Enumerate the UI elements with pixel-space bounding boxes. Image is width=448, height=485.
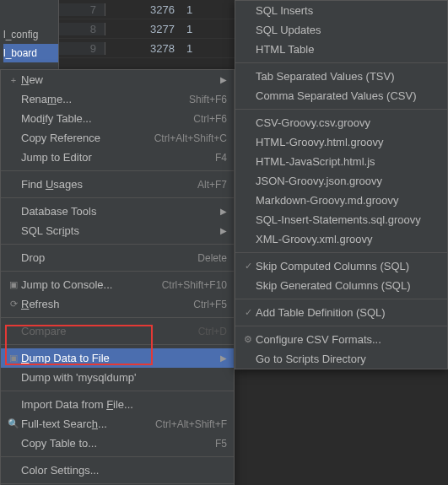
submenu-label: Skip Generated Columns (SQL) (256, 279, 440, 292)
cell[interactable]: 1 (181, 3, 207, 16)
menu-separator (1, 244, 234, 245)
submenu-item[interactable]: Comma Separated Values (CSV) (235, 86, 447, 105)
submenu-item[interactable]: JSON-Groovy.json.groovy (235, 171, 447, 191)
menu-shortcut: Alt+F7 (187, 179, 227, 191)
cell[interactable]: 1 (181, 42, 207, 55)
submenu-label: SQL Updates (256, 24, 440, 36)
submenu-arrow-icon: ▶ (213, 226, 227, 235)
row-number: 7 (59, 3, 105, 16)
context-menu: +New▶Rename...Shift+F6Modify Table...Ctr… (0, 69, 235, 485)
menu-label: Dump Data to File (21, 352, 213, 364)
menu-label: Modify Table... (21, 112, 183, 125)
context-submenu: SQL InsertsSQL UpdatesHTML TableTab Sepa… (235, 0, 448, 369)
menu-item[interactable]: Import Data from File... (1, 395, 234, 414)
menu-label: Jump to Editor (21, 151, 205, 164)
menu-item[interactable]: 🔍Full-text Search...Ctrl+Alt+Shift+F (1, 414, 234, 434)
submenu-label: Markdown-Groovy.md.groovy (256, 194, 440, 207)
submenu-label: HTML-Groovy.html.groovy (256, 136, 440, 148)
menu-label: Database Tools (21, 205, 213, 218)
menu-label: Drop (21, 251, 187, 264)
menu-separator (235, 109, 447, 110)
cell[interactable]: 3278 (105, 42, 181, 55)
submenu-label: HTML-JavaScript.html.js (256, 155, 440, 168)
cell[interactable]: 3276 (105, 3, 181, 16)
cell[interactable]: 3277 (105, 23, 181, 35)
menu-item[interactable]: SQL Scripts▶ (1, 221, 234, 240)
menu-item[interactable]: +New▶ (1, 70, 234, 89)
check-icon: ✓ (240, 261, 256, 272)
menu-item[interactable]: Database Tools▶ (1, 202, 234, 221)
menu-separator (1, 170, 234, 171)
menu-item[interactable]: DropDelete (1, 248, 234, 267)
submenu-label: SQL-Insert-Statements.sql.groovy (256, 213, 440, 226)
submenu-item[interactable]: ✓Skip Computed Columns (SQL) (235, 256, 447, 276)
submenu-item[interactable]: HTML Table (235, 40, 447, 59)
menu-separator (235, 326, 447, 326)
menu-label: Copy Table to... (21, 437, 205, 450)
submenu-item[interactable]: HTML-Groovy.html.groovy (235, 132, 447, 152)
submenu-item[interactable]: SQL Inserts (235, 1, 447, 20)
menu-label: Copy Reference (21, 132, 144, 144)
submenu-item[interactable]: ⚙Configure CSV Formats... (235, 330, 447, 349)
submenu-item[interactable]: ✓Add Table Definition (SQL) (235, 303, 447, 322)
menu-separator (1, 317, 234, 318)
submenu-arrow-icon: ▶ (213, 75, 227, 84)
submenu-item[interactable]: Skip Generated Columns (SQL) (235, 276, 447, 295)
menu-label: Compare (21, 325, 188, 337)
submenu-label: Comma Separated Values (CSV) (256, 89, 440, 102)
submenu-label: CSV-Groovy.csv.groovy (256, 116, 440, 129)
menu-item[interactable]: Dump with 'mysqldump' (1, 368, 234, 387)
submenu-item[interactable]: SQL-Insert-Statements.sql.groovy (235, 210, 447, 229)
submenu-item[interactable]: CSV-Groovy.csv.groovy (235, 113, 447, 132)
menu-shortcut: F5 (205, 438, 227, 450)
submenu-label: Add Table Definition (SQL) (256, 306, 440, 319)
submenu-item[interactable]: Tab Separated Values (TSV) (235, 67, 447, 86)
menu-label: Dump with 'mysqldump' (21, 371, 227, 384)
menu-label: New (21, 73, 213, 86)
menu-shortcut: F4 (205, 152, 227, 164)
▣-icon: ▣ (6, 279, 21, 290)
submenu-label: Tab Separated Values (TSV) (256, 70, 440, 83)
submenu-item[interactable]: HTML-JavaScript.html.js (235, 152, 447, 171)
menu-shortcut: Ctrl+Shift+F10 (152, 279, 227, 291)
▣-icon: ▣ (6, 353, 21, 364)
menu-separator (1, 197, 234, 198)
menu-shortcut: Shift+F6 (179, 94, 227, 105)
menu-item[interactable]: Modify Table...Ctrl+F6 (1, 109, 234, 128)
cell[interactable]: 1 (181, 23, 207, 35)
menu-item[interactable]: Color Settings... (1, 461, 234, 480)
menu-item[interactable]: Copy ReferenceCtrl+Alt+Shift+C (1, 128, 234, 148)
menu-label: Refresh (21, 298, 183, 310)
menu-separator (235, 252, 447, 253)
menu-label: Jump to Console... (21, 278, 152, 291)
submenu-item[interactable]: SQL Updates (235, 20, 447, 40)
menu-item[interactable]: Jump to EditorF4 (1, 148, 234, 167)
menu-label: Rename... (21, 93, 179, 105)
sidebar-item[interactable]: l_board (3, 44, 58, 62)
row-number: 9 (59, 42, 105, 55)
menu-item[interactable]: Rename...Shift+F6 (1, 89, 234, 109)
sidebar-item[interactable]: l_config (3, 25, 58, 44)
menu-separator (1, 391, 234, 391)
submenu-label: Skip Computed Columns (SQL) (256, 260, 440, 272)
menu-separator (235, 299, 447, 299)
gear-icon: ⚙ (240, 334, 256, 345)
menu-item[interactable]: ▣Dump Data to File▶ (1, 348, 234, 368)
menu-shortcut: Ctrl+F6 (183, 113, 227, 125)
submenu-item[interactable]: Go to Scripts Directory (235, 349, 447, 369)
submenu-label: HTML Table (256, 43, 440, 56)
menu-item[interactable]: ▣Jump to Console...Ctrl+Shift+F10 (1, 275, 234, 294)
menu-shortcut: Ctrl+Alt+Shift+C (144, 132, 227, 144)
menu-item[interactable]: Copy Table to...F5 (1, 434, 234, 453)
menu-item[interactable]: Find UsagesAlt+F7 (1, 175, 234, 194)
submenu-label: Go to Scripts Directory (256, 353, 440, 365)
menu-shortcut: Ctrl+D (188, 326, 227, 337)
⟳-icon: ⟳ (6, 299, 21, 310)
menu-separator (1, 271, 234, 272)
menu-separator (235, 62, 447, 63)
menu-item[interactable]: ⟳RefreshCtrl+F5 (1, 294, 234, 314)
submenu-arrow-icon: ▶ (213, 353, 227, 363)
menu-shortcut: Ctrl+Alt+Shift+F (145, 418, 227, 430)
submenu-item[interactable]: XML-Groovy.xml.groovy (235, 229, 447, 249)
submenu-item[interactable]: Markdown-Groovy.md.groovy (235, 191, 447, 210)
